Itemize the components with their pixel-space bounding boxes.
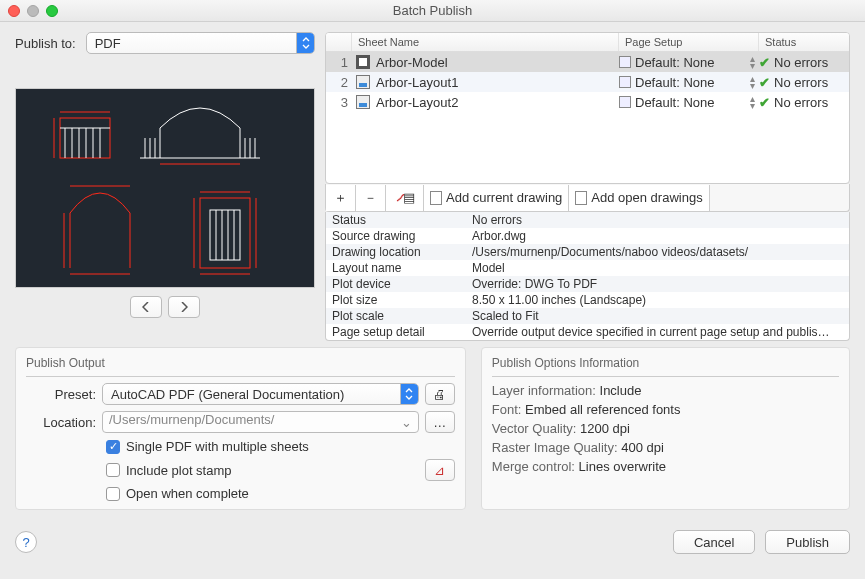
printer-icon: 🖨 [433, 387, 446, 402]
location-value: /Users/murnenp/Documents/ [109, 412, 274, 427]
option-label: Font: [492, 402, 522, 417]
status-text: No errors [774, 75, 828, 90]
clear-sheets-button[interactable]: ⟋▤ [386, 185, 424, 211]
page-setup-stepper[interactable]: ▴▾ [750, 75, 755, 89]
option-value: Lines overwrite [579, 459, 666, 474]
page-setup-value: Default: None [635, 55, 715, 70]
options-title: Publish Options Information [492, 356, 839, 370]
publish-to-select[interactable]: PDF [86, 32, 315, 54]
svg-rect-22 [210, 210, 240, 260]
window-title: Batch Publish [0, 3, 865, 18]
detail-value: Model [472, 261, 843, 275]
row-number: 1 [326, 55, 352, 70]
table-row[interactable]: 1Arbor-ModelDefault: None▴▾✔No errors [326, 52, 849, 72]
detail-label: Source drawing [332, 229, 472, 243]
sheet-preview [15, 88, 315, 288]
open-complete-checkbox[interactable] [106, 487, 120, 501]
detail-label: Status [332, 213, 472, 227]
preset-value: AutoCAD PDF (General Documentation) [111, 387, 344, 402]
plot-stamp-checkbox[interactable] [106, 463, 120, 477]
remove-sheet-button[interactable]: － [356, 185, 386, 211]
detail-value: /Users/murnenp/Documents/naboo videos/da… [472, 245, 843, 259]
detail-label: Page setup detail [332, 325, 472, 339]
preset-options-button[interactable]: 🖨 [425, 383, 455, 405]
table-row[interactable]: 3Arbor-Layout2Default: None▴▾✔No errors [326, 92, 849, 112]
status-ok-icon: ✔ [759, 55, 770, 70]
option-value: 1200 dpi [580, 421, 630, 436]
page-setup-icon [619, 96, 631, 108]
detail-value: No errors [472, 213, 843, 227]
layout-icon [356, 75, 370, 89]
detail-label: Plot device [332, 277, 472, 291]
svg-rect-21 [200, 198, 250, 268]
detail-value: Scaled to Fit [472, 309, 843, 323]
titlebar: Batch Publish [0, 0, 865, 22]
detail-label: Drawing location [332, 245, 472, 259]
add-current-drawing-button[interactable]: Add current drawing [424, 185, 569, 211]
option-label: Merge control: [492, 459, 575, 474]
page-setup-value: Default: None [635, 75, 715, 90]
option-value: 400 dpi [621, 440, 664, 455]
add-current-label: Add current drawing [446, 190, 562, 205]
model-icon [356, 55, 370, 69]
publish-to-label: Publish to: [15, 36, 76, 51]
preset-select[interactable]: AutoCAD PDF (General Documentation) [102, 383, 419, 405]
add-open-label: Add open drawings [591, 190, 702, 205]
publish-button[interactable]: Publish [765, 530, 850, 554]
sheet-name: Arbor-Model [376, 55, 448, 70]
table-row[interactable]: 2Arbor-Layout1Default: None▴▾✔No errors [326, 72, 849, 92]
browse-location-button[interactable]: … [425, 411, 455, 433]
add-open-drawings-button[interactable]: Add open drawings [569, 185, 709, 211]
publish-output-title: Publish Output [26, 356, 455, 370]
col-page-setup[interactable]: Page Setup [619, 33, 759, 51]
page-setup-value: Default: None [635, 95, 715, 110]
status-text: No errors [774, 55, 828, 70]
plot-stamp-settings-button[interactable]: ⊿ [425, 459, 455, 481]
help-button[interactable]: ? [15, 531, 37, 553]
page-setup-stepper[interactable]: ▴▾ [750, 95, 755, 109]
sheet-details: StatusNo errorsSource drawingArbor.dwgDr… [325, 212, 850, 341]
open-complete-label: Open when complete [126, 486, 249, 501]
detail-value: Arbor.dwg [472, 229, 843, 243]
page-setup-icon [619, 76, 631, 88]
documents-icon [575, 191, 587, 205]
sheet-table[interactable]: Sheet Name Page Setup Status 1Arbor-Mode… [325, 32, 850, 184]
location-field[interactable]: /Users/murnenp/Documents/ ⌄ [102, 411, 419, 433]
option-label: Layer information: [492, 383, 596, 398]
status-ok-icon: ✔ [759, 75, 770, 90]
option-label: Vector Quality: [492, 421, 577, 436]
preview-next-button[interactable] [168, 296, 200, 318]
detail-value: 8.50 x 11.00 inches (Landscape) [472, 293, 843, 307]
status-text: No errors [774, 95, 828, 110]
sheet-toolbar: ＋ － ⟋▤ Add current drawing Add open draw… [325, 184, 850, 212]
page-setup-icon [619, 56, 631, 68]
preview-prev-button[interactable] [130, 296, 162, 318]
detail-label: Plot scale [332, 309, 472, 323]
option-label: Raster Image Quality: [492, 440, 618, 455]
publish-to-value: PDF [95, 36, 121, 51]
col-sheet-name[interactable]: Sheet Name [352, 33, 619, 51]
col-status[interactable]: Status [759, 33, 849, 51]
stamp-icon: ⊿ [434, 463, 445, 478]
detail-label: Layout name [332, 261, 472, 275]
layout-icon [356, 95, 370, 109]
option-value: Include [600, 383, 642, 398]
plot-stamp-label: Include plot stamp [126, 463, 232, 478]
sheet-name: Arbor-Layout2 [376, 95, 458, 110]
single-pdf-label: Single PDF with multiple sheets [126, 439, 309, 454]
page-setup-stepper[interactable]: ▴▾ [750, 55, 755, 69]
detail-label: Plot size [332, 293, 472, 307]
detail-value: Override: DWG To PDF [472, 277, 843, 291]
location-label: Location: [26, 415, 96, 430]
add-sheet-button[interactable]: ＋ [326, 185, 356, 211]
row-number: 3 [326, 95, 352, 110]
single-pdf-checkbox[interactable]: ✓ [106, 440, 120, 454]
detail-value: Override output device specified in curr… [472, 325, 843, 339]
status-ok-icon: ✔ [759, 95, 770, 110]
cancel-button[interactable]: Cancel [673, 530, 755, 554]
option-value: Embed all referenced fonts [525, 402, 680, 417]
row-number: 2 [326, 75, 352, 90]
svg-rect-0 [60, 118, 110, 158]
preset-label: Preset: [26, 387, 96, 402]
sheet-name: Arbor-Layout1 [376, 75, 458, 90]
